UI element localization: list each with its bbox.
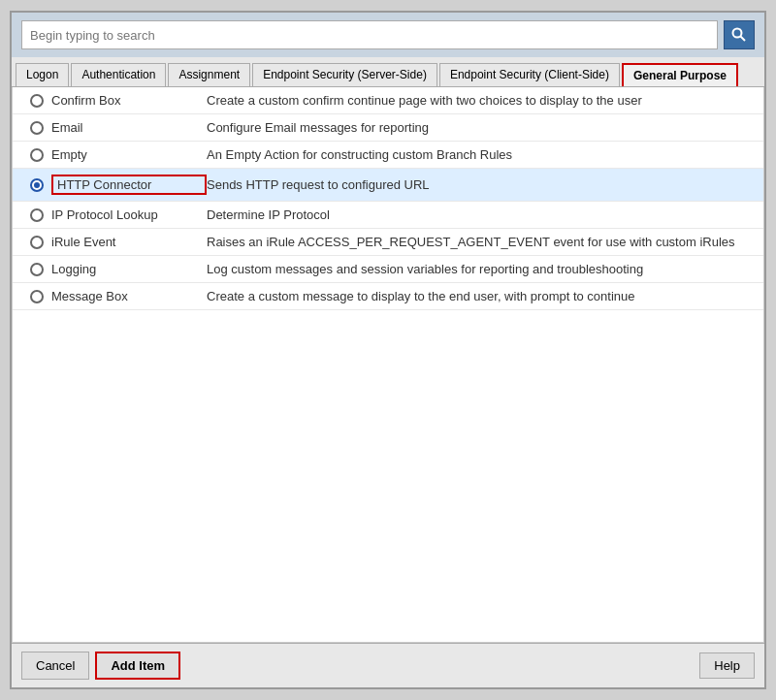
- list-item[interactable]: HTTP ConnectorSends HTTP request to conf…: [13, 169, 763, 202]
- list-item[interactable]: EmptyAn Empty Action for constructing cu…: [13, 142, 763, 169]
- search-button[interactable]: [724, 20, 755, 49]
- radio-cell: [22, 178, 51, 192]
- item-name: iRule Event: [51, 235, 207, 249]
- radio-button[interactable]: [30, 263, 44, 276]
- list-item[interactable]: iRule EventRaises an iRule ACCESS_PER_RE…: [13, 229, 763, 256]
- tab-general-purpose[interactable]: General Purpose: [622, 63, 738, 86]
- item-name: Empty: [51, 147, 207, 162]
- radio-cell: [22, 208, 51, 222]
- tab-logon[interactable]: Logon: [16, 63, 69, 86]
- item-name: IP Protocol Lookup: [51, 207, 207, 222]
- radio-button[interactable]: [30, 178, 44, 192]
- radio-cell: [22, 236, 51, 249]
- add-item-button[interactable]: Add Item: [95, 652, 180, 680]
- item-name: HTTP Connector: [51, 175, 207, 195]
- footer-left: Cancel Add Item: [21, 652, 180, 680]
- tab-endpoint-server[interactable]: Endpoint Security (Server-Side): [252, 63, 437, 86]
- radio-cell: [22, 148, 51, 162]
- list-item[interactable]: LoggingLog custom messages and session v…: [13, 256, 763, 283]
- list-item[interactable]: IP Protocol LookupDetermine IP Protocol: [13, 202, 763, 229]
- item-description: An Empty Action for constructing custom …: [207, 147, 754, 162]
- item-name: Logging: [51, 262, 207, 276]
- radio-cell: [22, 263, 51, 276]
- help-button[interactable]: Help: [699, 652, 755, 679]
- radio-button[interactable]: [30, 290, 44, 303]
- item-description: Sends HTTP request to configured URL: [207, 177, 754, 192]
- radio-button[interactable]: [30, 148, 44, 162]
- item-description: Raises an iRule ACCESS_PER_REQUEST_AGENT…: [207, 235, 754, 249]
- item-name: Email: [51, 120, 207, 135]
- item-description: Create a custom confirm continue page wi…: [207, 93, 754, 108]
- item-name: Confirm Box: [51, 93, 207, 108]
- tabs-container: LogonAuthenticationAssignmentEndpoint Se…: [12, 57, 764, 87]
- footer: Cancel Add Item Help: [12, 643, 764, 687]
- search-input[interactable]: [21, 20, 718, 49]
- search-bar: [12, 13, 764, 57]
- radio-button[interactable]: [30, 121, 44, 135]
- item-name: Message Box: [51, 289, 207, 303]
- list-item[interactable]: EmailConfigure Email messages for report…: [13, 114, 763, 142]
- dialog: LogonAuthenticationAssignmentEndpoint Se…: [10, 11, 766, 689]
- tab-endpoint-client[interactable]: Endpoint Security (Client-Side): [439, 63, 620, 86]
- tab-authentication[interactable]: Authentication: [71, 63, 166, 86]
- radio-button[interactable]: [30, 236, 44, 249]
- radio-cell: [22, 121, 51, 135]
- tab-assignment[interactable]: Assignment: [168, 63, 250, 86]
- list-item[interactable]: Message BoxCreate a custom message to di…: [13, 283, 763, 310]
- search-icon: [731, 27, 747, 43]
- item-description: Create a custom message to display to th…: [207, 289, 754, 303]
- item-description: Determine IP Protocol: [207, 207, 754, 222]
- svg-point-0: [733, 29, 742, 38]
- radio-button[interactable]: [30, 208, 44, 222]
- item-description: Configure Email messages for reporting: [207, 120, 754, 135]
- svg-line-1: [741, 37, 746, 42]
- cancel-button[interactable]: Cancel: [21, 652, 89, 680]
- radio-button[interactable]: [30, 94, 44, 108]
- items-list: Confirm BoxCreate a custom confirm conti…: [12, 87, 764, 643]
- radio-cell: [22, 94, 51, 108]
- list-item[interactable]: Confirm BoxCreate a custom confirm conti…: [13, 87, 763, 114]
- item-description: Log custom messages and session variable…: [207, 262, 754, 276]
- radio-cell: [22, 290, 51, 303]
